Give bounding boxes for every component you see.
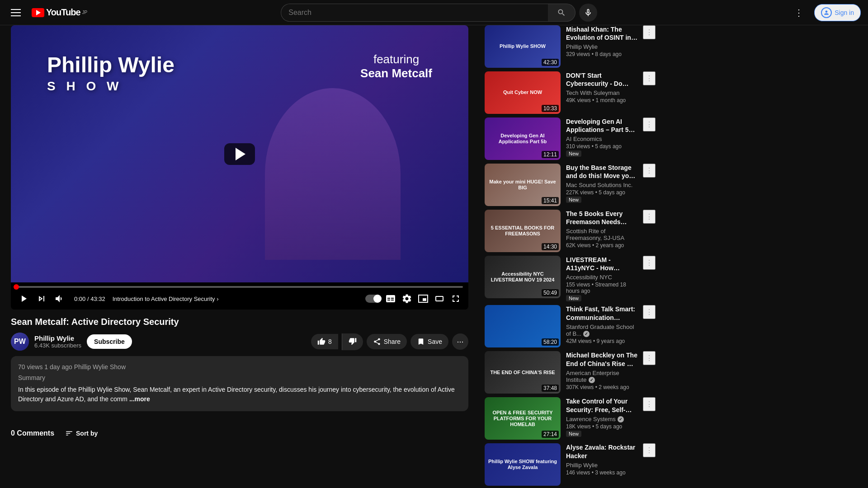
sidebar-more-button[interactable]: ⋮ — [643, 71, 656, 85]
chapter-text[interactable]: Introduction to Active Directory Securit… — [113, 296, 362, 302]
sidebar-video-info: Alyse Zavala: Rockstar HackerPhillip Wyl… — [564, 443, 639, 486]
video-duration: 50:49 — [542, 289, 559, 296]
video-controls: 0:00 / 43:32 Introduction to Active Dire… — [11, 282, 468, 310]
dislike-button[interactable] — [342, 333, 363, 350]
mic-button[interactable] — [579, 4, 597, 22]
sidebar-more-button[interactable]: ⋮ — [643, 305, 656, 319]
subtitles-icon — [385, 293, 396, 304]
sidebar-item[interactable]: THE END OF CHINA'S RISE37:48Michael Beck… — [485, 351, 656, 394]
sign-in-button[interactable]: Sign in — [814, 4, 861, 21]
sidebar-video-info: The 5 Books Every Freemason Needs ASAP!S… — [564, 210, 639, 252]
sidebar-video-title: Take Control of Your Security: Free, Sel… — [566, 397, 637, 413]
sidebar-item[interactable]: Quit Cyber NOW10:33DON'T Start Cybersecu… — [485, 71, 656, 114]
sidebar-video-title: Buy the Base Storage and do this! Move y… — [566, 164, 637, 180]
autoplay-toggle[interactable] — [365, 295, 382, 303]
time-total: 43:32 — [90, 296, 105, 302]
channel-avatar[interactable]: PW — [11, 333, 29, 351]
sidebar-more-button[interactable]: ⋮ — [643, 164, 656, 178]
video-area: Phillip Wylie S H O W featuring Sean Met… — [0, 25, 479, 488]
verified-icon — [583, 331, 590, 337]
sidebar-item[interactable]: Make your mini HUGE! Save BIG15:41Buy th… — [485, 164, 656, 206]
volume-icon — [54, 293, 65, 304]
play-pause-button[interactable] — [16, 291, 31, 306]
person-silhouette — [265, 88, 401, 260]
header-center — [281, 4, 597, 22]
sidebar-video-title: Alyse Zavala: Rockstar Hacker — [566, 443, 637, 460]
fullscreen-icon — [450, 293, 461, 304]
verified-icon — [618, 416, 624, 422]
action-buttons: 8 Share Save ··· — [311, 333, 468, 350]
sidebar-item[interactable]: 58:20Think Fast, Talk Smart: Communicati… — [485, 305, 656, 347]
miniplayer-button[interactable] — [416, 291, 430, 306]
share-button[interactable]: Share — [367, 334, 407, 349]
sidebar-item[interactable]: Accessibility NYC LIVESTREAM NOV 19 2024… — [485, 256, 656, 301]
sidebar-channel-name: Lawrence Systems — [566, 416, 637, 423]
sidebar-video-title: The 5 Books Every Freemason Needs ASAP! — [566, 210, 637, 226]
header: YouTubeJP ⋮ Sign in — [0, 0, 868, 25]
sidebar-item[interactable]: Phillip Wylie SHOW featuring Alyse Zaval… — [485, 443, 656, 486]
sidebar-more-button[interactable]: ⋮ — [643, 117, 656, 131]
sidebar-thumbnail: THE END OF CHINA'S RISE37:48 — [485, 351, 561, 394]
sidebar-video-info: Take Control of Your Security: Free, Sel… — [564, 397, 639, 440]
sidebar-item[interactable]: 5 ESSENTIAL BOOKS FOR FREEMASONS14:30The… — [485, 210, 656, 252]
sort-by-button[interactable]: Sort by — [65, 429, 98, 437]
toggle-dot — [373, 295, 382, 303]
play-button[interactable] — [224, 143, 255, 165]
subtitles-button[interactable] — [383, 291, 398, 306]
volume-button[interactable] — [52, 291, 67, 306]
video-player[interactable]: Phillip Wylie S H O W featuring Sean Met… — [11, 25, 468, 282]
sidebar-item[interactable]: Developing Gen AI Applications Part 5b12… — [485, 117, 656, 160]
video-duration: 37:48 — [542, 385, 559, 392]
chapter-arrow: › — [217, 296, 218, 302]
avatar-img: PW — [11, 333, 29, 351]
progress-bar[interactable] — [16, 286, 463, 288]
theater-button[interactable] — [432, 291, 447, 306]
youtube-logo[interactable]: YouTubeJP — [32, 7, 87, 18]
fullscreen-button[interactable] — [448, 291, 463, 306]
sidebar-thumbnail: OPEN & FREE SECURITY PLATFORMS FOR YOUR … — [485, 397, 561, 440]
sidebar-more-button[interactable]: ⋮ — [643, 397, 656, 411]
video-duration: 58:20 — [542, 338, 559, 346]
save-label: Save — [428, 338, 442, 345]
save-button[interactable]: Save — [410, 334, 448, 349]
mic-icon — [584, 8, 593, 17]
sidebar-more-button[interactable]: ⋮ — [643, 351, 656, 365]
description-box[interactable]: 70 views 1 day ago Phillip Wylie Show Su… — [11, 356, 468, 411]
hamburger-menu-button[interactable] — [7, 5, 24, 20]
sidebar-item[interactable]: Phillip Wylie SHOW42:30Mishaal Khan: The… — [485, 25, 656, 68]
search-button[interactable] — [548, 4, 576, 22]
description-more-button[interactable]: ...more — [129, 395, 150, 403]
search-input[interactable] — [281, 4, 548, 22]
header-left: YouTubeJP — [7, 5, 87, 20]
channel-subs: 6.43K subscribers — [34, 342, 81, 349]
channel-name[interactable]: Phillip Wylie — [34, 334, 81, 342]
more-options-button[interactable]: ⋮ — [791, 4, 807, 22]
thumbs-down-icon — [349, 337, 357, 345]
progress-dot — [14, 284, 19, 290]
sidebar-video-title: Michael Beckley on The End of China's Ri… — [566, 351, 637, 367]
more-actions-button[interactable]: ··· — [452, 333, 468, 350]
sidebar-more-button[interactable]: ⋮ — [643, 256, 656, 270]
sidebar-channel-name: Scottish Rite of Freemasonry, SJ-USA — [566, 228, 637, 241]
play-icon — [18, 293, 29, 304]
subscribe-button[interactable]: Subscribe — [87, 334, 132, 349]
video-duration: 27:14 — [542, 431, 559, 438]
right-controls — [365, 291, 463, 306]
sidebar-video-title: Think Fast, Talk Smart: Communication Te… — [566, 305, 637, 321]
next-button[interactable] — [34, 291, 49, 306]
settings-icon — [401, 293, 412, 304]
sidebar-channel-name: Accessibility NYC — [566, 274, 637, 281]
video-featuring: featuring Sean Metcalf — [360, 52, 432, 80]
theater-icon — [434, 293, 445, 304]
sidebar-more-button[interactable]: ⋮ — [643, 210, 656, 224]
sidebar-more-button[interactable]: ⋮ — [643, 25, 656, 39]
youtube-logo-country: JP — [82, 10, 88, 15]
sort-by-label: Sort by — [76, 430, 98, 437]
like-button[interactable]: 8 — [311, 334, 338, 349]
sidebar: Phillip Wylie SHOW42:30Mishaal Khan: The… — [479, 25, 661, 488]
sidebar-thumbnail: Make your mini HUGE! Save BIG15:41 — [485, 164, 561, 206]
sidebar-thumbnail: 58:20 — [485, 305, 561, 347]
sidebar-item[interactable]: OPEN & FREE SECURITY PLATFORMS FOR YOUR … — [485, 397, 656, 440]
settings-button[interactable] — [400, 291, 414, 306]
sidebar-more-button[interactable]: ⋮ — [643, 443, 656, 457]
